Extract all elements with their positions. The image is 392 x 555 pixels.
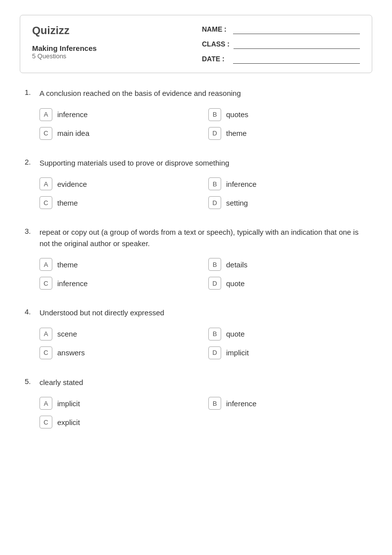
date-field-row: DATE : (202, 54, 360, 64)
answers-grid-2: AevidenceBinferenceCthemeDsetting (25, 177, 367, 209)
question-text-4: Understood but not directly expressed (39, 307, 164, 319)
answer-text-2-c: theme (57, 199, 78, 207)
answer-letter-2-c: C (39, 196, 52, 209)
answer-text-5-b: inference (226, 399, 257, 408)
answer-letter-3-a: A (39, 258, 52, 271)
answer-item-3-b: Bdetails (208, 258, 367, 271)
question-text-1: A conclusion reached on the basis of evi… (39, 88, 241, 99)
answer-item-4-b: Bquote (208, 328, 367, 341)
answer-item-1-d: Dtheme (208, 127, 367, 140)
name-field-row: NAME : (202, 24, 360, 34)
answer-text-1-d: theme (226, 129, 247, 137)
question-text-3: repeat or copy out (a group of words fro… (39, 227, 367, 249)
answer-text-2-b: inference (226, 180, 257, 188)
date-input[interactable] (233, 54, 360, 64)
question-block-5: 5.clearly statedAimplicitBinferenceCexpl… (25, 377, 367, 429)
answer-item-2-b: Binference (208, 177, 367, 190)
answer-item-2-d: Dsetting (208, 196, 367, 209)
answer-letter-5-c: C (39, 416, 52, 428)
answer-text-3-c: inference (57, 279, 88, 288)
answer-letter-1-b: B (208, 108, 221, 121)
quiz-title: Making Inferences (32, 44, 97, 52)
answer-item-2-c: Ctheme (39, 196, 198, 209)
answer-text-4-b: quote (226, 330, 245, 338)
logo: Quizizz (32, 24, 97, 37)
answer-letter-1-d: D (208, 127, 221, 140)
answer-text-1-a: inference (57, 110, 88, 119)
answer-text-4-c: answers (57, 348, 85, 357)
header-box: Quizizz Making Inferences 5 Questions NA… (20, 15, 372, 73)
answer-text-3-b: details (226, 260, 247, 269)
answers-grid-1: AinferenceBquotesCmain ideaDtheme (25, 108, 367, 140)
answer-letter-4-b: B (208, 328, 221, 341)
answer-letter-4-a: A (39, 328, 52, 341)
answer-text-3-a: theme (57, 260, 78, 269)
question-number-5: 5. (25, 377, 35, 385)
quiz-subtitle: 5 Questions (32, 52, 97, 60)
answer-letter-2-a: A (39, 177, 52, 190)
question-block-1: 1.A conclusion reached on the basis of e… (25, 88, 367, 140)
answer-item-2-a: Aevidence (39, 177, 198, 190)
question-header-1: 1.A conclusion reached on the basis of e… (25, 88, 367, 99)
question-header-4: 4.Understood but not directly expressed (25, 307, 367, 319)
question-number-4: 4. (25, 307, 35, 316)
answer-letter-1-c: C (39, 127, 52, 140)
question-header-3: 3.repeat or copy out (a group of words f… (25, 227, 367, 249)
answer-text-1-c: main idea (57, 129, 89, 137)
name-input[interactable] (233, 24, 360, 34)
question-text-2: Supporting materials used to prove or di… (39, 158, 229, 169)
answer-text-4-a: scene (57, 330, 77, 338)
question-header-5: 5.clearly stated (25, 377, 367, 388)
answer-item-1-b: Bquotes (208, 108, 367, 121)
answer-item-5-a: Aimplicit (39, 397, 198, 410)
answer-letter-3-b: B (208, 258, 221, 271)
answer-text-5-a: implicit (57, 399, 80, 408)
answer-letter-5-b: B (208, 397, 221, 410)
answer-item-4-c: Canswers (39, 346, 198, 359)
answer-letter-3-d: D (208, 277, 221, 290)
answers-grid-5: AimplicitBinferenceCexplicit (25, 397, 367, 428)
answer-item-1-c: Cmain idea (39, 127, 198, 140)
header-left: Quizizz Making Inferences 5 Questions (32, 24, 97, 60)
name-label: NAME : (202, 25, 229, 33)
answer-letter-3-c: C (39, 277, 52, 290)
answer-text-1-b: quotes (226, 110, 248, 119)
answer-text-2-a: evidence (57, 180, 87, 188)
answers-grid-3: AthemeBdetailsCinferenceDquote (25, 258, 367, 290)
answer-letter-2-d: D (208, 196, 221, 209)
answer-item-4-d: Dimplicit (208, 346, 367, 359)
class-label: CLASS : (202, 40, 230, 48)
question-text-5: clearly stated (39, 377, 83, 388)
logo-text: Quizizz (32, 24, 70, 37)
answer-text-2-d: setting (226, 199, 248, 207)
answer-item-3-a: Atheme (39, 258, 198, 271)
answer-item-1-a: Ainference (39, 108, 198, 121)
header-right: NAME : CLASS : DATE : (202, 24, 360, 64)
question-block-4: 4.Understood but not directly expressedA… (25, 307, 367, 359)
answer-letter-4-d: D (208, 346, 221, 359)
question-number-3: 3. (25, 227, 35, 235)
answer-item-5-c: Cexplicit (39, 416, 198, 428)
class-input[interactable] (234, 39, 360, 49)
question-block-3: 3.repeat or copy out (a group of words f… (25, 227, 367, 290)
answer-text-5-c: explicit (57, 418, 80, 427)
answer-item-3-d: Dquote (208, 277, 367, 290)
question-block-2: 2.Supporting materials used to prove or … (25, 158, 367, 210)
question-header-2: 2.Supporting materials used to prove or … (25, 158, 367, 169)
question-number-1: 1. (25, 88, 35, 96)
date-label: DATE : (202, 55, 229, 63)
answer-letter-5-a: A (39, 397, 52, 410)
questions-section: 1.A conclusion reached on the basis of e… (20, 88, 372, 428)
answers-grid-4: AsceneBquoteCanswersDimplicit (25, 328, 367, 359)
class-field-row: CLASS : (202, 39, 360, 49)
answer-letter-1-a: A (39, 108, 52, 121)
answer-letter-2-b: B (208, 177, 221, 190)
answer-item-4-a: Ascene (39, 328, 198, 341)
answer-letter-4-c: C (39, 346, 52, 359)
answer-text-3-d: quote (226, 279, 245, 288)
answer-item-3-c: Cinference (39, 277, 198, 290)
answer-item-5-b: Binference (208, 397, 367, 410)
answer-text-4-d: implicit (226, 348, 249, 357)
question-number-2: 2. (25, 158, 35, 166)
